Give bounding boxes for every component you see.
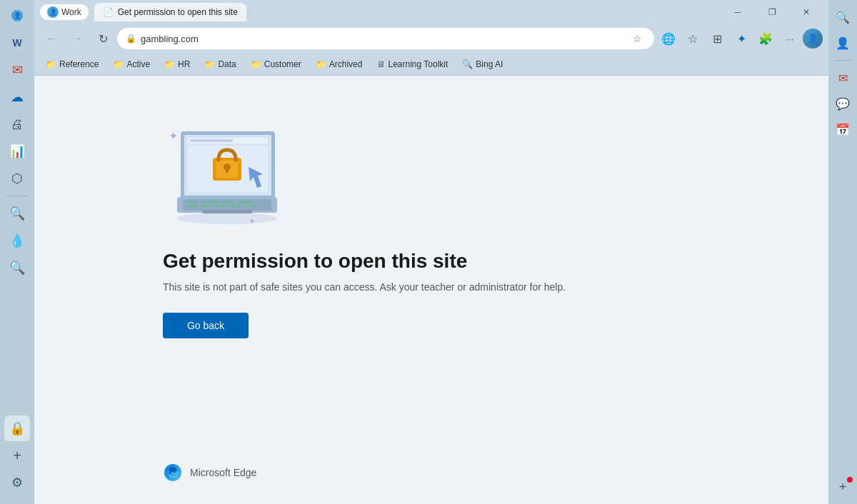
window-controls: ─ ❐ ✕ bbox=[721, 0, 823, 24]
navbar: ← → ↻ 🔒 gambling.com ☆ 🌐 ☆ ⊞ ✦ 🧩 ··· 👤 bbox=[34, 24, 828, 53]
bookmark-hr[interactable]: 📁 HR bbox=[159, 57, 196, 71]
error-subtitle: This site is not part of safe sites you … bbox=[163, 281, 700, 293]
bookmark-active[interactable]: 📁 Active bbox=[107, 57, 156, 71]
bookmark-star-icon[interactable]: ☆ bbox=[628, 30, 646, 47]
bookmark-label: Archived bbox=[329, 59, 363, 69]
sidebar-search2-icon[interactable]: 🔍 bbox=[4, 255, 30, 281]
sidebar-charts-icon[interactable]: 📊 bbox=[4, 138, 30, 164]
forward-button[interactable]: → bbox=[66, 27, 89, 50]
right-profile-icon[interactable]: 👤 bbox=[831, 31, 854, 54]
tab-title: Get permission to open this site bbox=[118, 7, 238, 17]
folder-icon: 📁 bbox=[204, 59, 215, 69]
folder-icon: 📁 bbox=[113, 59, 124, 69]
lock-illustration: ✦ ✦ bbox=[163, 119, 291, 233]
profile-button[interactable]: 👤 Work bbox=[40, 4, 89, 20]
right-outlook-icon[interactable]: 📅 bbox=[831, 118, 854, 141]
svg-rect-8 bbox=[238, 201, 252, 203]
bookmark-label: HR bbox=[178, 59, 190, 69]
bookmark-label: Reference bbox=[59, 59, 99, 69]
page-content: ✦ ✦ bbox=[34, 76, 828, 504]
page-footer: Microsoft Edge bbox=[163, 463, 256, 483]
monitor-icon: 🖥 bbox=[376, 59, 385, 69]
address-actions: ☆ bbox=[628, 30, 646, 47]
minimize-button[interactable]: ─ bbox=[721, 0, 754, 24]
error-page: ✦ ✦ bbox=[34, 76, 828, 504]
right-mail-icon[interactable]: ✉ bbox=[831, 66, 854, 89]
svg-rect-23 bbox=[226, 167, 229, 173]
refresh-button[interactable]: ↻ bbox=[91, 27, 114, 50]
sidebar-onedrive-icon[interactable]: ☁ bbox=[4, 84, 30, 110]
right-sidebar: 🔍 👤 ✉ 💬 📅 + bbox=[828, 0, 857, 504]
sidebar-profile-icon[interactable]: 👤 bbox=[4, 3, 30, 29]
sidebar-print-icon[interactable]: 🖨 bbox=[4, 111, 30, 137]
split-screen-icon[interactable]: ⊞ bbox=[706, 27, 728, 50]
sidebar-lock-icon[interactable]: 🔒 bbox=[4, 415, 30, 441]
sidebar-settings-icon[interactable]: ⚙ bbox=[4, 470, 30, 495]
tab-bar: 📄 Get permission to open this site bbox=[94, 3, 716, 21]
svg-rect-5 bbox=[184, 201, 199, 203]
bookmark-label: Learning Toolkit bbox=[388, 59, 448, 69]
right-divider bbox=[834, 60, 851, 61]
sidebar-divider bbox=[7, 196, 27, 196]
bookmark-label: Bing AI bbox=[476, 59, 503, 69]
sidebar-drop-icon[interactable]: 💧 bbox=[4, 228, 30, 253]
bookmark-label: Customer bbox=[264, 59, 301, 69]
svg-text:✦: ✦ bbox=[169, 130, 178, 142]
url-text: gambling.com bbox=[141, 34, 624, 44]
right-add-button[interactable]: + bbox=[831, 475, 854, 498]
maximize-button[interactable]: ❐ bbox=[756, 0, 788, 24]
bookmark-label: Active bbox=[126, 59, 150, 69]
svg-rect-12 bbox=[231, 206, 241, 207]
active-tab[interactable]: 📄 Get permission to open this site bbox=[94, 3, 246, 21]
right-search-icon[interactable]: 🔍 bbox=[831, 6, 854, 29]
bookmarks-bar: 📁 Reference 📁 Active 📁 HR 📁 Data 📁 Custo… bbox=[34, 53, 828, 76]
error-title: Get permission to open this site bbox=[163, 250, 700, 273]
go-back-button[interactable]: Go back bbox=[163, 313, 249, 338]
search-icon: 🔍 bbox=[462, 59, 473, 69]
svg-point-2 bbox=[177, 213, 277, 224]
sidebar-word-icon[interactable]: W bbox=[4, 30, 30, 56]
back-button[interactable]: ← bbox=[40, 27, 63, 50]
edge-profile-icon[interactable]: 👤 bbox=[803, 29, 823, 49]
close-button[interactable]: ✕ bbox=[790, 0, 823, 24]
svg-rect-4 bbox=[183, 199, 271, 211]
sidebar-hex-icon[interactable]: ⬡ bbox=[4, 166, 30, 191]
titlebar: 👤 Work 📄 Get permission to open this sit… bbox=[34, 0, 828, 24]
sidebar-bottom: 🔒 + ⚙ bbox=[4, 415, 30, 501]
sidebar-add-button[interactable]: + bbox=[4, 443, 30, 468]
favorites-icon[interactable]: ☆ bbox=[681, 27, 704, 50]
lock-icon: 🔒 bbox=[126, 34, 136, 44]
right-teams-icon[interactable]: 💬 bbox=[831, 92, 854, 115]
folder-icon: 📁 bbox=[46, 59, 56, 69]
sidebar-mail-icon[interactable]: ✉ bbox=[4, 57, 30, 83]
address-bar[interactable]: 🔒 gambling.com ☆ bbox=[117, 28, 654, 49]
profile-label: Work bbox=[61, 7, 81, 17]
bookmark-data[interactable]: 📁 Data bbox=[199, 57, 241, 71]
svg-rect-11 bbox=[216, 206, 227, 207]
svg-rect-13 bbox=[245, 206, 256, 207]
collections-icon[interactable]: 🌐 bbox=[657, 27, 680, 50]
left-sidebar: 👤 W ✉ ☁ 🖨 📊 ⬡ 🔍 💧 🔍 🔒 + ⚙ bbox=[0, 0, 34, 504]
svg-rect-19 bbox=[202, 210, 252, 213]
bookmark-customer[interactable]: 📁 Customer bbox=[245, 57, 307, 71]
svg-rect-17 bbox=[190, 139, 233, 142]
tab-icon: 📄 bbox=[103, 7, 114, 17]
folder-icon: 📁 bbox=[164, 59, 175, 69]
browser-actions: 🌐 ☆ ⊞ ✦ 🧩 ··· 👤 bbox=[657, 27, 823, 50]
sidebar-search1-icon[interactable]: 🔍 bbox=[4, 201, 30, 226]
bookmark-reference[interactable]: 📁 Reference bbox=[40, 57, 104, 71]
svg-rect-7 bbox=[220, 201, 234, 203]
bookmark-bing-ai[interactable]: 🔍 Bing AI bbox=[456, 57, 508, 71]
edge-footer-label: Microsoft Edge bbox=[190, 467, 256, 478]
copilot-icon[interactable]: ✦ bbox=[730, 27, 753, 50]
profile-avatar: 👤 bbox=[47, 6, 59, 18]
more-tools-icon[interactable]: ··· bbox=[778, 27, 801, 50]
extensions-icon[interactable]: 🧩 bbox=[754, 27, 777, 50]
bookmark-learning-toolkit[interactable]: 🖥 Learning Toolkit bbox=[371, 57, 453, 71]
svg-rect-9 bbox=[188, 206, 199, 207]
svg-rect-6 bbox=[202, 201, 216, 203]
right-add-badge bbox=[847, 477, 853, 483]
folder-icon: 📁 bbox=[316, 59, 326, 69]
bookmark-label: Data bbox=[218, 59, 236, 69]
bookmark-archived[interactable]: 📁 Archived bbox=[310, 57, 369, 71]
